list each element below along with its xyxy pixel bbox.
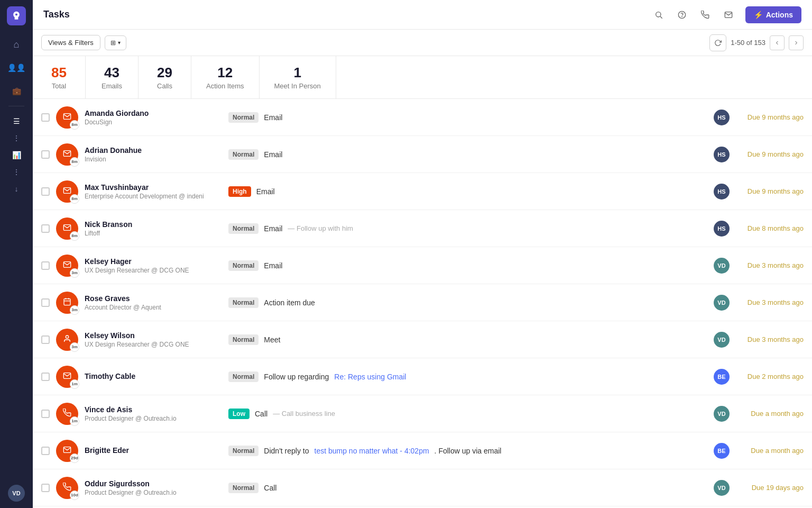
task-row[interactable]: 1m Timothy Cable Normal Follow up regard…: [33, 358, 812, 395]
sidebar-dots-2[interactable]: ⋮: [13, 168, 21, 176]
task-row[interactable]: 8m Max Tuvshinbayar Enterprise Account D…: [33, 173, 812, 210]
priority-badge: Normal: [228, 446, 259, 456]
stats-bar: 85 Total 43 Emails 29 Calls 12 Action It…: [33, 56, 812, 99]
action-note: — Follow up with him: [288, 224, 353, 232]
task-right: HS Due 8 months ago: [714, 221, 804, 237]
task-checkbox[interactable]: [41, 150, 50, 159]
column-picker-button[interactable]: ⊞ ▾: [105, 35, 126, 50]
task-info: Vince de Asis Product Designer @ Outreac…: [85, 405, 222, 422]
search-icon-btn[interactable]: [650, 6, 667, 23]
stat-label: Meet In Person: [274, 82, 321, 90]
task-details: Normal Meet: [228, 334, 707, 345]
priority-badge: Normal: [228, 112, 259, 123]
task-right: VD Due 3 months ago: [714, 258, 804, 274]
stat-number: 85: [48, 65, 70, 81]
due-date: Due 9 months ago: [735, 150, 804, 158]
avatar-icon: [63, 409, 71, 419]
time-badge: 29d: [70, 453, 79, 463]
stat-item-calls[interactable]: 29 Calls: [139, 56, 191, 98]
task-details: Normal Email: [228, 260, 707, 271]
sidebar-item-deals[interactable]: 💼: [6, 80, 27, 102]
sidebar-item-contacts[interactable]: 👤👤: [6, 57, 27, 78]
sidebar-item-analytics[interactable]: 📊: [6, 144, 27, 166]
pagination-prev-button[interactable]: [770, 35, 785, 50]
task-checkbox[interactable]: [41, 224, 50, 233]
help-icon-btn[interactable]: [673, 6, 690, 23]
task-contact-name: Max Tuvshinbayar: [85, 183, 222, 192]
stat-item-emails[interactable]: 43 Emails: [86, 56, 139, 98]
refresh-button[interactable]: [709, 34, 726, 51]
time-badge: 3m: [70, 268, 79, 278]
stat-item-meet-in-person[interactable]: 1 Meet In Person: [260, 56, 336, 98]
task-row[interactable]: 3m Kelsey Wilson UX Design Researcher @ …: [33, 321, 812, 358]
task-checkbox[interactable]: [41, 335, 50, 344]
action-link[interactable]: Re: Reps using Gmail: [334, 373, 406, 381]
task-avatar: 10d: [56, 477, 78, 499]
grid-icon: ⊞: [110, 39, 116, 47]
task-avatar: 3m: [56, 292, 78, 314]
task-checkbox[interactable]: [41, 113, 50, 122]
svg-point-0: [15, 13, 17, 15]
task-checkbox[interactable]: [41, 298, 50, 307]
task-row[interactable]: 8m Nick Branson Liftoff Normal Email— Fo…: [33, 210, 812, 247]
user-avatar[interactable]: VD: [8, 485, 25, 502]
task-row[interactable]: 29d Brigitte Eder Normal Didn't reply to…: [33, 432, 812, 469]
task-checkbox[interactable]: [41, 373, 50, 381]
task-info: Kelsey Wilson UX Design Researcher @ DCG…: [85, 331, 222, 348]
svg-point-4: [681, 16, 682, 17]
views-filters-button[interactable]: Views & Filters: [41, 35, 100, 50]
task-checkbox[interactable]: [41, 447, 50, 455]
action-text: Didn't reply to: [264, 447, 309, 455]
task-checkbox[interactable]: [41, 187, 50, 196]
header: Tasks ⚡: [33, 0, 812, 30]
mail-icon-btn[interactable]: [720, 6, 737, 23]
task-checkbox[interactable]: [41, 261, 50, 270]
avatar-icon: [63, 112, 71, 123]
task-row[interactable]: 8m Adrian Donahue Invision Normal Email …: [33, 136, 812, 173]
due-date: Due 9 months ago: [735, 113, 804, 121]
task-contact-subtitle: Invision: [85, 156, 222, 163]
sidebar-item-tasks[interactable]: ☰: [6, 111, 27, 132]
header-icons: [650, 6, 737, 23]
time-badge: 3m: [70, 342, 79, 352]
action-link[interactable]: test bump no matter what - 4:02pm: [315, 447, 429, 455]
task-row[interactable]: 10d Oddur Sigurdsson Product Designer @ …: [33, 469, 812, 506]
stat-item-action-items[interactable]: 12 Action Items: [191, 56, 260, 98]
task-checkbox[interactable]: [41, 484, 50, 492]
task-checkbox[interactable]: [41, 410, 50, 418]
lightning-icon: ⚡: [754, 11, 763, 19]
time-badge: 1m: [70, 416, 79, 426]
priority-badge: High: [228, 186, 251, 197]
time-badge: 3m: [70, 305, 79, 315]
sidebar-dots-1[interactable]: ⋮: [13, 134, 21, 142]
task-contact-subtitle: UX Design Researcher @ DCG ONE: [85, 341, 222, 348]
task-row[interactable]: 8m Amanda Giordano DocuSign Normal Email…: [33, 99, 812, 136]
stat-item-total[interactable]: 85 Total: [33, 56, 86, 98]
task-row[interactable]: 1m Vince de Asis Product Designer @ Outr…: [33, 395, 812, 432]
priority-badge: Normal: [228, 260, 259, 271]
task-info: Oddur Sigurdsson Product Designer @ Outr…: [85, 479, 222, 496]
avatar-icon: [63, 371, 71, 382]
task-contact-name: Timothy Cable: [85, 372, 222, 380]
phone-icon-btn[interactable]: [697, 6, 714, 23]
avatar-icon: [63, 149, 71, 160]
task-row[interactable]: 3m Rose Graves Account Director @ Aquent…: [33, 284, 812, 321]
sidebar-item-home[interactable]: ⌂: [6, 34, 27, 55]
task-row[interactable]: 3m Kelsey Hager UX Design Researcher @ D…: [33, 247, 812, 284]
actions-label: Actions: [766, 11, 793, 19]
avatar-icon: [63, 483, 71, 493]
priority-badge: Normal: [228, 483, 259, 493]
stat-label: Emails: [100, 82, 123, 90]
assignee-avatar: HS: [714, 221, 730, 237]
app-logo[interactable]: [7, 6, 26, 25]
main-content: Tasks ⚡: [33, 0, 812, 508]
task-contact-name: Adrian Donahue: [85, 146, 222, 155]
assignee-avatar: VD: [714, 406, 730, 422]
actions-button[interactable]: ⚡ Actions: [745, 6, 801, 23]
avatar-icon: [63, 186, 71, 197]
task-right: VD Due 19 days ago: [714, 480, 804, 496]
sidebar-item-download[interactable]: ↓: [6, 178, 27, 199]
pagination-next-button[interactable]: [789, 35, 804, 50]
task-info: Amanda Giordano DocuSign: [85, 109, 222, 126]
task-contact-subtitle: Product Designer @ Outreach.io: [85, 489, 222, 496]
